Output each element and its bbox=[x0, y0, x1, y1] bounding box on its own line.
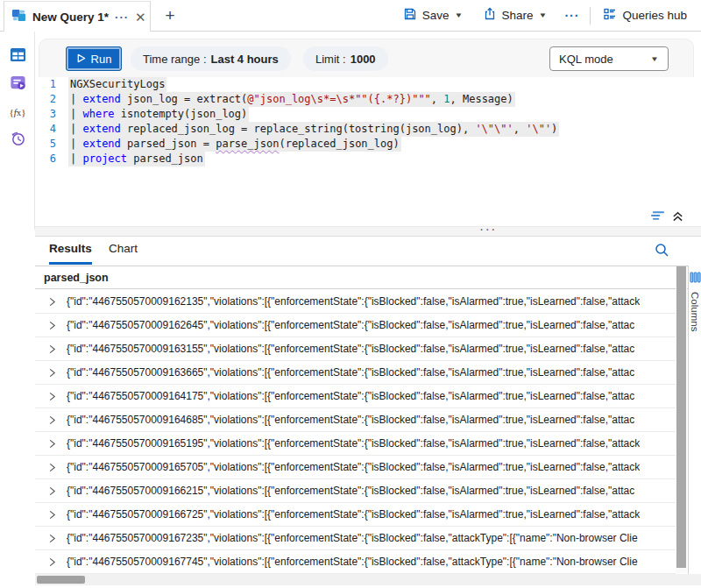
share-button[interactable]: Share ▼ bbox=[476, 3, 555, 28]
pane-splitter-handle[interactable]: ··· bbox=[35, 226, 701, 237]
adx-app-icon bbox=[11, 8, 26, 26]
code-text: | where isnotempty(json_log) bbox=[68, 107, 249, 122]
save-button[interactable]: Save ▼ bbox=[396, 3, 471, 28]
row-expand-chevron-icon[interactable] bbox=[47, 510, 60, 520]
row-expand-chevron-icon[interactable] bbox=[47, 463, 60, 472]
code-line[interactable]: 3| where isnotempty(json_log) bbox=[39, 107, 694, 122]
table-row[interactable]: {"id":"4467550570009162645","violations"… bbox=[35, 314, 676, 337]
row-expand-chevron-icon[interactable] bbox=[47, 415, 60, 425]
table-row[interactable]: {"id":"4467550570009166725","violations"… bbox=[35, 503, 676, 527]
table-row[interactable]: {"id":"4467550570009164685","violations"… bbox=[35, 408, 676, 432]
query-tab[interactable]: New Query 1* ··· ✕ bbox=[4, 1, 151, 32]
splitter-dots-icon: ··· bbox=[480, 224, 498, 235]
limit-value: 1000 bbox=[350, 53, 376, 66]
queries-hub-button[interactable]: Queries hub bbox=[596, 3, 694, 28]
tab-more-icon[interactable]: ··· bbox=[115, 11, 129, 24]
line-number: 1 bbox=[39, 77, 68, 92]
queries-hub-label: Queries hub bbox=[622, 9, 687, 22]
grid-header-row[interactable]: parsed_json bbox=[35, 266, 688, 289]
save-label: Save bbox=[422, 9, 450, 22]
code-line[interactable]: 5| extend parsed_json = parse_json(repla… bbox=[39, 137, 694, 152]
code-text: | extend json_log = extract(@"json_log\s… bbox=[68, 92, 515, 107]
row-expand-chevron-icon[interactable] bbox=[47, 368, 60, 378]
columns-panel-toggle[interactable]: Columns bbox=[688, 266, 701, 574]
sidebar-item-queries[interactable] bbox=[9, 75, 26, 93]
columns-icon bbox=[690, 272, 701, 283]
more-actions-icon[interactable]: ··· bbox=[559, 9, 584, 23]
table-row[interactable]: {"id":"4467550570009163155","violations"… bbox=[35, 337, 676, 361]
run-button[interactable]: Run bbox=[66, 46, 122, 71]
parsed-json-cell: {"id":"4467550570009165705","violations"… bbox=[67, 461, 640, 473]
tab-title: New Query 1* bbox=[32, 11, 109, 24]
save-chevron-down-icon: ▼ bbox=[455, 11, 464, 19]
history-clock-icon bbox=[10, 131, 26, 151]
row-expand-chevron-icon[interactable] bbox=[47, 321, 60, 330]
row-expand-chevron-icon[interactable] bbox=[47, 392, 60, 401]
code-line[interactable]: 1NGXSecurityLogs bbox=[39, 77, 694, 92]
parsed-json-cell: {"id":"4467550570009165195","violations"… bbox=[67, 437, 640, 450]
time-range-picker[interactable]: Time range : Last 4 hours bbox=[131, 46, 291, 71]
collapse-editor-icon[interactable] bbox=[672, 210, 683, 226]
code-line[interactable]: 6| project parsed_json bbox=[39, 152, 694, 166]
row-expand-chevron-icon[interactable] bbox=[47, 344, 60, 354]
format-lines-icon[interactable] bbox=[650, 210, 665, 226]
tabbar-actions: Save ▼ Share ▼ ··· Queries hub bbox=[396, 0, 694, 31]
toolbar-divider bbox=[590, 7, 591, 25]
share-icon bbox=[483, 7, 497, 24]
line-number: 4 bbox=[39, 122, 68, 137]
share-chevron-down-icon: ▼ bbox=[539, 11, 548, 19]
table-row[interactable]: {"id":"4467550570009163665","violations"… bbox=[35, 361, 676, 385]
limit-picker[interactable]: Limit : 1000 bbox=[303, 46, 388, 71]
parsed-json-cell: {"id":"4467550570009167235","violations"… bbox=[67, 532, 638, 544]
query-page-icon bbox=[10, 74, 26, 95]
time-range-label: Time range : bbox=[143, 53, 207, 66]
line-number: 5 bbox=[39, 137, 68, 152]
kql-mode-value: KQL mode bbox=[559, 53, 613, 66]
table-row[interactable]: {"id":"4467550570009167745","violations"… bbox=[35, 550, 676, 574]
row-expand-chevron-icon[interactable] bbox=[47, 534, 60, 543]
sidebar-item-functions[interactable]: {fx} bbox=[9, 103, 26, 121]
code-line[interactable]: 4| extend replaced_json_log = replace_st… bbox=[39, 122, 694, 137]
table-row[interactable]: {"id":"4467550570009167235","violations"… bbox=[35, 527, 676, 550]
table-row[interactable]: {"id":"4467550570009165195","violations"… bbox=[35, 432, 676, 456]
parsed-json-cell: {"id":"4467550570009166215","violations"… bbox=[67, 485, 634, 497]
horizontal-scrollbar-thumb[interactable] bbox=[37, 576, 85, 584]
horizontal-scrollbar[interactable] bbox=[35, 574, 701, 585]
code-line[interactable]: 2| extend json_log = extract(@"json_log\… bbox=[39, 92, 694, 107]
table-row[interactable]: {"id":"4467550570009165705","violations"… bbox=[35, 456, 676, 479]
vertical-scrollbar-thumb[interactable] bbox=[676, 266, 686, 568]
parsed-json-cell: {"id":"4467550570009163665","violations"… bbox=[67, 366, 634, 379]
row-expand-chevron-icon[interactable] bbox=[47, 486, 60, 496]
line-number: 6 bbox=[39, 152, 68, 166]
tab-chart[interactable]: Chart bbox=[109, 242, 138, 262]
left-rail: {fx} bbox=[0, 32, 35, 588]
column-header-parsed-json[interactable]: parsed_json bbox=[35, 272, 109, 284]
tab-results[interactable]: Results bbox=[49, 242, 92, 265]
table-row[interactable]: {"id":"4467550570009166215","violations"… bbox=[35, 479, 676, 503]
tab-close-icon[interactable]: ✕ bbox=[135, 11, 146, 24]
table-row[interactable]: {"id":"4467550570009164175","violations"… bbox=[35, 385, 676, 408]
row-expand-chevron-icon[interactable] bbox=[47, 297, 60, 307]
limit-label: Limit : bbox=[315, 53, 346, 66]
query-toolbar: Run Time range : Last 4 hours Limit : 10… bbox=[39, 39, 694, 77]
rail-divider bbox=[34, 32, 35, 230]
search-icon[interactable] bbox=[654, 242, 671, 259]
query-editor[interactable]: 1NGXSecurityLogs2| extend json_log = ext… bbox=[39, 77, 694, 210]
row-expand-chevron-icon[interactable] bbox=[47, 439, 60, 449]
parsed-json-cell: {"id":"4467550570009166725","violations"… bbox=[67, 508, 640, 521]
parsed-json-cell: {"id":"4467550570009164685","violations"… bbox=[67, 414, 634, 426]
row-expand-chevron-icon[interactable] bbox=[47, 557, 60, 567]
functions-icon: {fx} bbox=[9, 107, 25, 117]
sidebar-item-history[interactable] bbox=[9, 131, 26, 149]
play-icon bbox=[76, 53, 86, 66]
table-row[interactable]: {"id":"4467550570009162135","violations"… bbox=[35, 290, 676, 314]
new-tab-button[interactable]: + bbox=[159, 5, 181, 26]
parsed-json-cell: {"id":"4467550570009163155","violations"… bbox=[67, 343, 634, 355]
code-text: NGXSecurityLogs bbox=[68, 77, 166, 92]
sidebar-item-connections[interactable] bbox=[9, 47, 26, 65]
code-text: | extend replaced_json_log = replace_str… bbox=[68, 122, 559, 137]
kql-mode-select[interactable]: KQL mode ▼ bbox=[549, 46, 669, 71]
editor-tools bbox=[650, 210, 683, 226]
vertical-scrollbar[interactable] bbox=[676, 266, 687, 573]
parsed-json-cell: {"id":"4467550570009167745","violations"… bbox=[67, 556, 638, 568]
